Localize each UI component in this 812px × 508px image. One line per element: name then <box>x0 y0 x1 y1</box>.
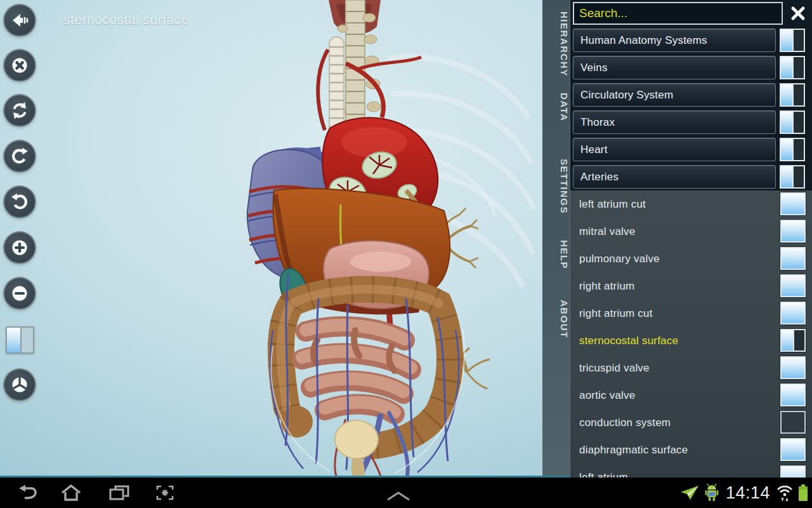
visibility-toggle[interactable] <box>780 110 805 134</box>
visibility-toggle[interactable] <box>780 411 806 434</box>
hierarchy-child-item[interactable]: pulmonary valve <box>570 245 812 272</box>
toggle-half-fill <box>781 112 794 133</box>
hierarchy-child-item[interactable]: left atrium <box>570 464 812 478</box>
hierarchy-child-item[interactable]: sternocostal surface <box>570 327 812 354</box>
tab-about[interactable]: ABOUT <box>542 300 570 338</box>
pie-menu-button[interactable] <box>3 368 36 401</box>
bladder-graphic[interactable] <box>335 420 378 478</box>
back-button[interactable] <box>3 4 36 37</box>
hierarchy-child-item[interactable]: right atrium <box>570 272 812 300</box>
minus-circle-icon <box>10 283 30 304</box>
hierarchy-parent-item[interactable]: Veins <box>573 56 776 79</box>
visibility-toggle[interactable] <box>780 274 806 297</box>
half-toggle-empty <box>20 328 33 352</box>
wifi-icon <box>776 484 794 502</box>
item-label: right atrium cut <box>579 307 653 320</box>
toggle-half-fill <box>781 30 794 51</box>
selected-part-title: sternocostal surface <box>63 12 189 27</box>
item-label: left atrium cut <box>579 198 646 211</box>
reset-view-button[interactable] <box>3 94 36 127</box>
tab-help[interactable]: HELP <box>542 240 570 269</box>
panel-content: Human Anatomy SystemsVeinsCirculatory Sy… <box>570 0 812 478</box>
hierarchy-parent-row: Arteries <box>573 165 812 189</box>
panel-close-button[interactable] <box>788 3 808 23</box>
nav-back-button[interactable] <box>14 482 42 504</box>
hierarchy-child-item[interactable]: tricuspid valve <box>570 354 812 382</box>
visibility-toggle[interactable] <box>780 302 806 324</box>
visibility-toggle[interactable] <box>780 465 806 478</box>
chevron-up-icon <box>384 490 412 502</box>
hierarchy-parent-item[interactable]: Heart <box>573 138 776 161</box>
toggle-half-fill <box>781 139 794 160</box>
visibility-toggle[interactable] <box>780 56 805 79</box>
visibility-toggle[interactable] <box>780 356 806 379</box>
visibility-toggle[interactable] <box>780 384 806 406</box>
item-label: Human Anatomy Systems <box>580 34 707 47</box>
status-area[interactable]: 14:14 <box>680 478 808 508</box>
item-label: left atrium <box>579 471 628 478</box>
hierarchy-panel: HIERARCHYDATASETTINGSHELPABOUT Human Ana… <box>542 0 812 478</box>
hierarchy-parent-row: Heart <box>573 138 812 161</box>
item-label: mitral valve <box>579 225 635 238</box>
rotate-ccw-icon <box>10 146 30 166</box>
anatomy-3d-model[interactable] <box>0 0 542 478</box>
toggle-half-fill <box>781 84 794 105</box>
tab-hierarchy[interactable]: HIERARCHY <box>542 11 570 77</box>
item-label: Arteries <box>580 171 619 184</box>
visibility-toggle[interactable] <box>780 438 806 461</box>
tab-settings[interactable]: SETTINGS <box>542 159 570 214</box>
rotate-right-button[interactable] <box>3 185 36 218</box>
item-label: Circulatory System <box>580 89 673 102</box>
pie-icon <box>10 375 30 395</box>
nav-recents-button[interactable] <box>105 482 133 504</box>
tab-data[interactable]: DATA <box>542 93 570 121</box>
visibility-toggle[interactable] <box>780 192 806 215</box>
zoom-in-button[interactable] <box>3 231 36 264</box>
deselect-button[interactable] <box>3 49 36 82</box>
refresh-icon <box>10 100 30 121</box>
transparency-toggle-button[interactable] <box>6 326 34 354</box>
child-list: left atrium cutmitral valvepulmonary val… <box>570 190 812 478</box>
back-arrow-icon <box>10 10 30 30</box>
visibility-toggle[interactable] <box>780 29 805 52</box>
panel-collapse-chevron[interactable] <box>384 485 412 507</box>
hierarchy-child-item[interactable]: left atrium cut <box>570 190 812 218</box>
share-plane-icon <box>680 485 699 500</box>
side-tab-strip: HIERARCHYDATASETTINGSHELPABOUT <box>542 0 570 478</box>
nav-home-button[interactable] <box>57 482 85 504</box>
hierarchy-parent-item[interactable]: Circulatory System <box>573 83 776 107</box>
scene-bottom-divider <box>0 476 570 478</box>
back-nav-icon <box>17 485 39 501</box>
app-screen: sternocostal surface <box>0 0 812 508</box>
hierarchy-child-item[interactable]: mitral valve <box>570 218 812 245</box>
plus-circle-icon <box>10 237 30 258</box>
visibility-toggle[interactable] <box>780 329 806 352</box>
search-row <box>573 2 808 25</box>
item-label: aortic valve <box>579 389 635 402</box>
visibility-toggle[interactable] <box>780 165 805 189</box>
recents-icon <box>108 484 130 502</box>
rotate-cw-icon <box>10 192 30 212</box>
rotate-left-button[interactable] <box>3 140 36 173</box>
hierarchy-parent-item[interactable]: Human Anatomy Systems <box>573 29 776 52</box>
item-label: sternocostal surface <box>579 335 678 347</box>
item-label: diaphragmatic surface <box>579 444 688 457</box>
hierarchy-child-item[interactable]: diaphragmatic surface <box>570 436 812 464</box>
clock: 14:14 <box>726 483 770 503</box>
search-input[interactable] <box>573 2 783 25</box>
visibility-toggle[interactable] <box>780 83 805 107</box>
android-nav-bar: 14:14 <box>0 478 812 508</box>
hierarchy-child-item[interactable]: right atrium cut <box>570 300 812 327</box>
hierarchy-child-item[interactable]: conduction system <box>570 409 812 436</box>
visibility-toggle[interactable] <box>780 247 806 270</box>
close-circle-icon <box>10 55 30 76</box>
visibility-toggle[interactable] <box>780 220 806 243</box>
nav-screenshot-button[interactable] <box>151 482 179 504</box>
hierarchy-parent-item[interactable]: Arteries <box>573 165 776 189</box>
screenshot-icon <box>155 484 175 502</box>
zoom-out-button[interactable] <box>3 277 36 310</box>
hierarchy-parent-row: Human Anatomy Systems <box>573 29 812 52</box>
hierarchy-child-item[interactable]: aortic valve <box>570 382 812 409</box>
hierarchy-parent-item[interactable]: Thorax <box>573 110 776 134</box>
visibility-toggle[interactable] <box>780 138 805 161</box>
